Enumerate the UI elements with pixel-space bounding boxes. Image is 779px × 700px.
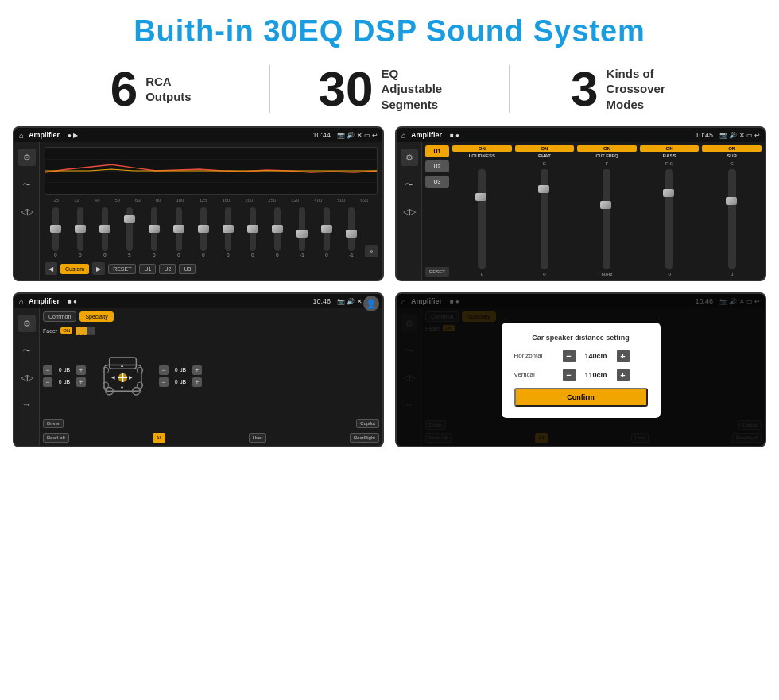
slider-track-7[interactable] bbox=[225, 207, 231, 251]
dsp-reset-btn[interactable]: RESET bbox=[425, 267, 449, 277]
screen3-time: 10:46 bbox=[313, 297, 331, 305]
slider-track-9[interactable] bbox=[274, 207, 281, 251]
slider-track-3[interactable] bbox=[126, 207, 133, 251]
cutfreq-on[interactable]: ON bbox=[577, 145, 637, 152]
sidebar-3-eq-icon[interactable]: ⚙ bbox=[18, 315, 36, 332]
sidebar-3: ⚙ 〜 ◁▷ ↔ bbox=[14, 308, 40, 446]
db-minus-4[interactable]: − bbox=[159, 377, 169, 387]
dsp-ch-phat: ON PHAT G 0 bbox=[515, 145, 575, 277]
svg-text:▲: ▲ bbox=[119, 363, 124, 368]
slider-track-6[interactable] bbox=[200, 207, 207, 251]
slider-thumb-1[interactable] bbox=[75, 225, 86, 233]
slider-track-4[interactable] bbox=[151, 207, 157, 251]
stats-row: 6 RCAOutputs 30 EQ AdjustableSegments 3 … bbox=[0, 56, 779, 126]
loudness-on[interactable]: ON bbox=[452, 145, 512, 152]
eq-more-arrow[interactable]: » bbox=[365, 245, 378, 257]
copilot-btn[interactable]: Copilot bbox=[356, 419, 379, 428]
phat-on[interactable]: ON bbox=[515, 145, 575, 152]
screen2-content: ⚙ 〜 ◁▷ U1 U2 U3 RESET ON LOUDNESS bbox=[397, 142, 765, 280]
sidebar-vol-icon[interactable]: ◁▷ bbox=[18, 203, 36, 220]
home-icon-2[interactable]: ⌂ bbox=[401, 131, 406, 140]
bass-on[interactable]: ON bbox=[640, 145, 700, 152]
specialty-tab[interactable]: Specialty bbox=[79, 311, 113, 322]
db-minus-2[interactable]: − bbox=[43, 377, 52, 387]
eq-next-btn[interactable]: ▶ bbox=[92, 262, 105, 275]
common-tab[interactable]: Common bbox=[43, 311, 76, 322]
db-plus-1[interactable]: + bbox=[76, 365, 86, 375]
phat-thumb[interactable] bbox=[538, 185, 549, 193]
eq-u3-btn[interactable]: U3 bbox=[179, 264, 196, 274]
status-icons-1: 📷 🔊 ✕ ▭ ↩ bbox=[337, 132, 378, 139]
db-plus-4[interactable]: + bbox=[192, 377, 202, 387]
db-row-1: − 0 dB + bbox=[43, 365, 86, 375]
horizontal-minus-btn[interactable]: − bbox=[563, 350, 576, 362]
eq-reset-btn[interactable]: RESET bbox=[108, 264, 136, 274]
slider-thumb-9[interactable] bbox=[272, 225, 283, 233]
home-icon-3[interactable]: ⌂ bbox=[19, 297, 24, 306]
home-icon-1[interactable]: ⌂ bbox=[19, 131, 24, 140]
sidebar-2-eq-icon[interactable]: ⚙ bbox=[401, 149, 418, 166]
slider-thumb-6[interactable] bbox=[198, 225, 209, 233]
slider-thumb-5[interactable] bbox=[173, 225, 184, 233]
cutfreq-thumb[interactable] bbox=[600, 201, 611, 209]
eq-prev-btn[interactable]: ◀ bbox=[45, 262, 57, 275]
eq-preset-custom[interactable]: Custom bbox=[60, 264, 89, 274]
fader-slider[interactable] bbox=[76, 327, 95, 335]
rearright-btn[interactable]: RearRight bbox=[350, 433, 379, 443]
sidebar-eq-icon[interactable]: ⚙ bbox=[18, 149, 36, 166]
vertical-plus-btn[interactable]: + bbox=[617, 369, 630, 381]
loudness-thumb[interactable] bbox=[475, 193, 486, 201]
eq-slider-7: 0 bbox=[217, 207, 239, 257]
user-profile-icon[interactable]: 👤 bbox=[363, 296, 379, 311]
slider-thumb-10[interactable] bbox=[296, 230, 308, 238]
dsp-preset-u1[interactable]: U1 bbox=[425, 145, 449, 157]
all-btn[interactable]: All bbox=[153, 433, 166, 443]
db-minus-1[interactable]: − bbox=[43, 365, 52, 375]
slider-track-1[interactable] bbox=[77, 207, 83, 251]
slider-thumb-3[interactable] bbox=[124, 215, 135, 223]
dsp-presets: U1 U2 U3 RESET bbox=[425, 145, 449, 277]
slider-thumb-8[interactable] bbox=[247, 225, 258, 233]
slider-thumb-4[interactable] bbox=[149, 225, 160, 233]
sidebar-2-wave-icon[interactable]: 〜 bbox=[401, 176, 418, 193]
slider-val-2: 0 bbox=[103, 253, 106, 257]
dsp-preset-u2[interactable]: U2 bbox=[425, 160, 449, 172]
eq-u2-btn[interactable]: U2 bbox=[159, 264, 176, 274]
db-plus-2[interactable]: + bbox=[76, 377, 86, 387]
db-minus-3[interactable]: − bbox=[159, 365, 169, 375]
slider-track-12[interactable] bbox=[348, 207, 355, 251]
slider-track-10[interactable] bbox=[299, 207, 305, 251]
slider-track-5[interactable] bbox=[176, 207, 182, 251]
horizontal-plus-btn[interactable]: + bbox=[617, 350, 630, 362]
db-plus-3[interactable]: + bbox=[192, 365, 202, 375]
vertical-minus-btn[interactable]: − bbox=[563, 369, 576, 381]
sidebar-3-wave-icon[interactable]: 〜 bbox=[18, 342, 36, 359]
slider-thumb-7[interactable] bbox=[223, 225, 234, 233]
driver-btn[interactable]: Driver bbox=[43, 419, 64, 428]
sub-on[interactable]: ON bbox=[702, 145, 762, 152]
slider-thumb-0[interactable] bbox=[50, 225, 61, 233]
fader-on-btn[interactable]: ON bbox=[60, 327, 72, 334]
sidebar-wave-icon[interactable]: 〜 bbox=[18, 176, 36, 193]
confirm-button[interactable]: Confirm bbox=[514, 388, 648, 407]
sidebar-3-vol-icon[interactable]: ◁▷ bbox=[18, 369, 36, 386]
eq-u1-btn[interactable]: U1 bbox=[139, 264, 156, 274]
slider-thumb-11[interactable] bbox=[321, 225, 332, 233]
dsp-mixer: U1 U2 U3 RESET ON LOUDNESS ~ ~ bbox=[422, 142, 765, 280]
slider-thumb-12[interactable] bbox=[346, 230, 357, 238]
eq-slider-0: 0 bbox=[45, 207, 67, 257]
sidebar-3-extra-icon[interactable]: ↔ bbox=[18, 396, 36, 413]
slider-thumb-2[interactable] bbox=[99, 225, 110, 233]
bass-thumb[interactable] bbox=[663, 189, 674, 197]
slider-track-0[interactable] bbox=[52, 207, 59, 251]
sidebar-2-vol-icon[interactable]: ◁▷ bbox=[401, 203, 418, 220]
sub-thumb[interactable] bbox=[726, 197, 737, 205]
slider-track-8[interactable] bbox=[250, 207, 256, 251]
dsp-preset-u3[interactable]: U3 bbox=[425, 176, 449, 188]
status-bar-2: ⌂ Amplifier ■ ● 10:45 📷 🔊 ✕ ▭ ↩ bbox=[397, 128, 765, 142]
slider-track-11[interactable] bbox=[324, 207, 330, 251]
screen3-content: ⚙ 〜 ◁▷ ↔ Common Specialty Fader ON bbox=[14, 308, 382, 446]
rearleft-btn[interactable]: RearLeft bbox=[43, 433, 69, 443]
slider-track-2[interactable] bbox=[102, 207, 108, 251]
user-btn[interactable]: User bbox=[249, 433, 267, 443]
